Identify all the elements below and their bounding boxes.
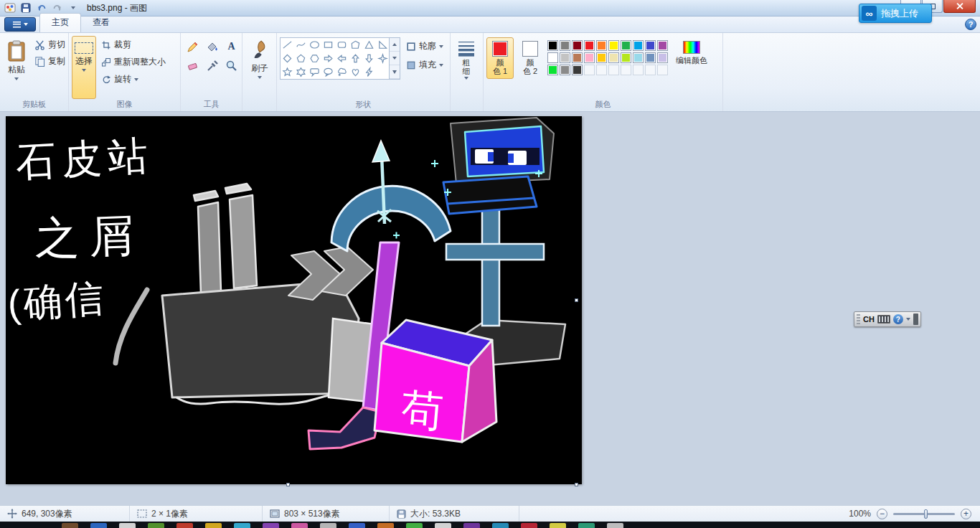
- langbar-minimize-handle[interactable]: [913, 314, 918, 325]
- eraser-tool[interactable]: [184, 57, 202, 75]
- canvas-resize-handle-bottom[interactable]: [286, 483, 290, 486]
- gallery-expand-button[interactable]: [390, 65, 400, 79]
- palette-swatch[interactable]: [547, 65, 558, 75]
- palette-swatch[interactable]: [560, 40, 570, 51]
- palette-swatch[interactable]: [596, 40, 607, 51]
- palette-swatch[interactable]: [572, 65, 583, 75]
- palette-swatch[interactable]: [547, 52, 558, 63]
- shape-rounded-rectangle[interactable]: [335, 38, 349, 52]
- taskbar-app-icon[interactable]: [435, 523, 451, 528]
- keyboard-icon[interactable]: [877, 315, 890, 324]
- palette-swatch[interactable]: [596, 52, 607, 63]
- paint-canvas[interactable]: 苟 石皮站 之屑 (确信: [6, 116, 582, 484]
- shape-arrow-left[interactable]: [335, 52, 349, 65]
- magnifier-tool[interactable]: [222, 57, 240, 75]
- shape-triangle[interactable]: [362, 38, 376, 52]
- input-language-label[interactable]: CH: [863, 315, 875, 324]
- langbar-help-button[interactable]: ?: [893, 314, 903, 324]
- taskbar-app-icon[interactable]: [62, 523, 78, 528]
- close-button[interactable]: [943, 0, 976, 13]
- shape-star-4[interactable]: [376, 52, 390, 65]
- shape-line[interactable]: [281, 38, 294, 52]
- shape-star-6[interactable]: [294, 65, 308, 79]
- shape-arrow-down[interactable]: [362, 52, 376, 65]
- brushes-button[interactable]: 刷子: [245, 36, 274, 82]
- shape-lightning[interactable]: [362, 65, 376, 79]
- palette-swatch[interactable]: [584, 40, 595, 51]
- taskbar-app-icon[interactable]: [176, 523, 193, 528]
- palette-swatch[interactable]: [572, 52, 583, 63]
- taskbar-icons[interactable]: [0, 522, 980, 528]
- edit-colors-button[interactable]: 编辑颜色: [672, 37, 712, 70]
- palette-swatch[interactable]: [621, 40, 631, 51]
- zoom-slider-thumb[interactable]: [924, 509, 928, 519]
- palette-swatch[interactable]: [633, 52, 644, 63]
- shape-callout-rounded[interactable]: [308, 65, 321, 79]
- taskbar-app-icon[interactable]: [234, 523, 250, 528]
- langbar-grip[interactable]: [857, 314, 860, 324]
- taskbar-app-icon[interactable]: [119, 523, 136, 528]
- taskbar-app-icon[interactable]: [578, 523, 595, 528]
- zoom-in-button[interactable]: +: [961, 509, 971, 519]
- palette-swatch[interactable]: [657, 52, 668, 63]
- color1-button[interactable]: 颜色 1: [486, 37, 514, 79]
- palette-swatch[interactable]: [608, 52, 619, 63]
- canvas-resize-handle-right[interactable]: [575, 298, 578, 302]
- palette-swatch[interactable]: [572, 40, 583, 51]
- save-button[interactable]: [19, 1, 32, 14]
- drag-upload-overlay[interactable]: ∞ 拖拽上传: [859, 4, 932, 23]
- paste-button[interactable]: 粘贴: [3, 36, 30, 99]
- palette-swatch[interactable]: [547, 40, 558, 51]
- shape-rectangle[interactable]: [321, 38, 335, 52]
- taskbar-app-icon[interactable]: [263, 523, 279, 528]
- outline-button[interactable]: 轮廓: [403, 39, 446, 54]
- ribbon-help-button[interactable]: ?: [965, 19, 976, 30]
- taskbar-app-icon[interactable]: [291, 523, 308, 528]
- taskbar-app-icon[interactable]: [377, 523, 394, 528]
- taskbar-app-icon[interactable]: [320, 523, 336, 528]
- palette-swatch[interactable]: [608, 40, 619, 51]
- shape-curve[interactable]: [294, 38, 308, 52]
- shape-star-5[interactable]: [281, 65, 294, 79]
- shape-pentagon[interactable]: [294, 52, 308, 65]
- palette-swatch[interactable]: [584, 52, 595, 63]
- shape-callout-oval[interactable]: [321, 65, 335, 79]
- shape-diamond[interactable]: [281, 52, 294, 65]
- resize-button[interactable]: 重新调整大小: [98, 55, 169, 70]
- palette-swatch[interactable]: [560, 52, 570, 63]
- rotate-button[interactable]: 旋转: [98, 72, 169, 87]
- tab-view[interactable]: 查看: [81, 14, 121, 32]
- zoom-out-button[interactable]: −: [877, 509, 887, 519]
- title-bar[interactable]: bbs3.png - 画图: [0, 0, 980, 16]
- taskbar-app-icon[interactable]: [521, 523, 537, 528]
- copy-button[interactable]: 复制: [32, 54, 68, 69]
- taskbar-app-icon[interactable]: [550, 523, 566, 528]
- crop-button[interactable]: 裁剪: [98, 37, 169, 52]
- size-button[interactable]: 粗细: [453, 36, 479, 83]
- shape-hexagon[interactable]: [308, 52, 321, 65]
- language-bar[interactable]: CH ?: [854, 311, 921, 327]
- gallery-scroll-down-button[interactable]: [390, 52, 400, 65]
- taskbar-app-icon[interactable]: [492, 523, 509, 528]
- taskbar-app-icon[interactable]: [90, 523, 107, 528]
- cut-button[interactable]: 剪切: [32, 37, 68, 52]
- pencil-tool[interactable]: [184, 37, 202, 55]
- palette-swatch[interactable]: [633, 40, 644, 51]
- application-menu-button[interactable]: [4, 17, 36, 32]
- palette-swatch[interactable]: [560, 65, 570, 75]
- shape-arrow-up[interactable]: [349, 52, 362, 65]
- taskbar-app-icon[interactable]: [463, 523, 480, 528]
- select-button[interactable]: 选择: [72, 36, 96, 99]
- palette-swatch[interactable]: [645, 52, 656, 63]
- shape-fill-button[interactable]: 填充: [403, 57, 446, 72]
- shape-right-triangle[interactable]: [376, 38, 390, 52]
- fill-tool[interactable]: [203, 37, 221, 55]
- text-tool[interactable]: A: [222, 37, 240, 55]
- color-picker-tool[interactable]: [203, 57, 221, 75]
- palette-swatch[interactable]: [621, 52, 631, 63]
- zoom-slider[interactable]: [893, 513, 955, 515]
- taskbar-app-icon[interactable]: [148, 523, 164, 528]
- taskbar-app-icon[interactable]: [205, 523, 222, 528]
- shape-oval[interactable]: [308, 38, 321, 52]
- canvas-resize-handle-corner[interactable]: [575, 483, 578, 486]
